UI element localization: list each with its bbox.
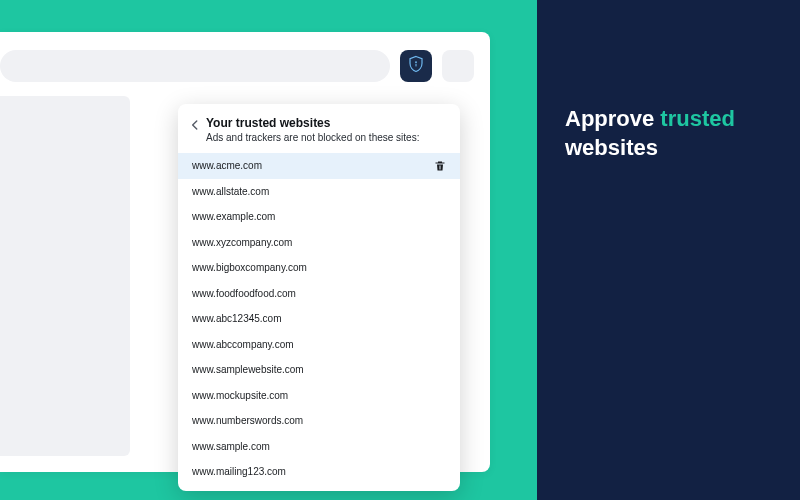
site-label: www.acme.com	[192, 160, 262, 171]
svg-rect-1	[415, 63, 416, 66]
site-row[interactable]: www.xyzcompany.com	[178, 230, 460, 256]
site-row[interactable]: www.foodfoodfood.com	[178, 281, 460, 307]
url-bar[interactable]	[0, 50, 390, 82]
site-row[interactable]: www.allstate.com	[178, 179, 460, 205]
site-row[interactable]: www.mailing123.com	[178, 459, 460, 485]
site-label: www.mailing123.com	[192, 466, 286, 477]
popup-titles: Your trusted websites Ads and trackers a…	[206, 116, 446, 143]
popup-title: Your trusted websites	[206, 116, 446, 130]
headline-accent: trusted	[660, 106, 735, 131]
site-list: www.acme.comwww.allstate.comwww.example.…	[178, 153, 460, 485]
site-label: www.samplewebsite.com	[192, 364, 304, 375]
site-row[interactable]: www.mockupsite.com	[178, 383, 460, 409]
marketing-pane: Approve trusted websites	[537, 0, 800, 500]
headline-prefix: Approve	[565, 106, 660, 131]
site-row[interactable]: www.numberswords.com	[178, 408, 460, 434]
browser-toolbar	[0, 32, 490, 96]
site-label: www.xyzcompany.com	[192, 237, 292, 248]
shield-icon	[407, 55, 425, 77]
popup-subtitle: Ads and trackers are not blocked on thes…	[206, 132, 446, 143]
extension-button[interactable]	[400, 50, 432, 82]
popup-header: Your trusted websites Ads and trackers a…	[178, 116, 460, 147]
site-row[interactable]: www.sample.com	[178, 434, 460, 460]
site-label: www.sample.com	[192, 441, 270, 452]
trash-icon[interactable]	[434, 160, 446, 172]
site-label: www.example.com	[192, 211, 275, 222]
site-row[interactable]: www.acme.com	[178, 153, 460, 179]
site-label: www.foodfoodfood.com	[192, 288, 296, 299]
site-row[interactable]: www.abccompany.com	[178, 332, 460, 358]
site-label: www.allstate.com	[192, 186, 269, 197]
menu-button[interactable]	[442, 50, 474, 82]
stage: Your trusted websites Ads and trackers a…	[0, 0, 800, 500]
site-row[interactable]: www.abc12345.com	[178, 306, 460, 332]
trusted-sites-popup: Your trusted websites Ads and trackers a…	[178, 104, 460, 491]
left-pane: Your trusted websites Ads and trackers a…	[0, 0, 537, 500]
headline-line2: websites	[565, 135, 658, 160]
site-row[interactable]: www.samplewebsite.com	[178, 357, 460, 383]
site-label: www.bigboxcompany.com	[192, 262, 307, 273]
site-label: www.abc12345.com	[192, 313, 282, 324]
svg-point-0	[415, 61, 417, 63]
marketing-headline: Approve trusted websites	[565, 105, 772, 162]
sidebar-placeholder	[0, 96, 130, 456]
site-row[interactable]: www.example.com	[178, 204, 460, 230]
site-row[interactable]: www.bigboxcompany.com	[178, 255, 460, 281]
back-icon[interactable]	[188, 118, 206, 136]
site-label: www.abccompany.com	[192, 339, 294, 350]
site-label: www.numberswords.com	[192, 415, 303, 426]
site-label: www.mockupsite.com	[192, 390, 288, 401]
